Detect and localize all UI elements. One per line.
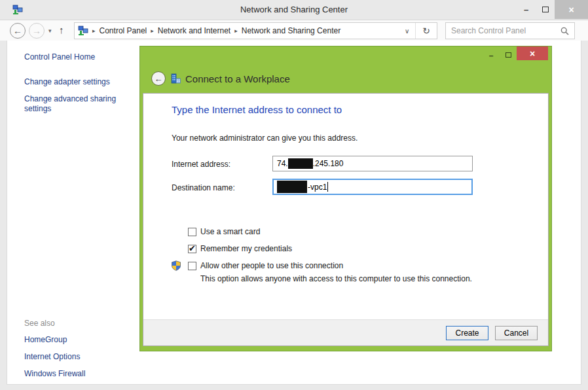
sidebar-item-internet-options[interactable]: Internet Options (24, 352, 142, 362)
dialog-intro-text: Your network administrator can give you … (172, 133, 358, 143)
sidebar-item-change-adapter-settings[interactable]: Change adapter settings (24, 77, 142, 87)
sidebar-item-change-advanced-sharing-settings[interactable]: Change advanced sharing settings (24, 94, 129, 114)
dialog-footer: Create Cancel (143, 319, 548, 346)
text-caret (327, 182, 328, 192)
internet-address-value-prefix: 74. (277, 159, 288, 168)
smart-card-checkbox-row: ✔ Use a smart card (188, 227, 260, 236)
close-button[interactable]: × (555, 0, 588, 19)
uac-shield-icon (171, 260, 181, 271)
allow-other-people-checkbox[interactable]: ✔ (188, 262, 196, 270)
create-button[interactable]: Create (446, 326, 488, 340)
allow-other-people-label[interactable]: Allow other people to use this connectio… (200, 261, 343, 270)
cancel-button[interactable]: Cancel (495, 326, 538, 340)
window-titlebar: Network and Sharing Center – × (0, 0, 588, 20)
dialog-back-button[interactable]: ← (151, 71, 166, 86)
internet-address-input[interactable]: 74..245.180 (272, 156, 473, 171)
maximize-icon (542, 7, 549, 12)
breadcrumb-separator: ▸ (147, 27, 158, 34)
destination-name-value-suffix: -vpc1 (308, 183, 327, 192)
window-controls: – × (517, 0, 588, 19)
breadcrumb-item-control-panel[interactable]: Control Panel (100, 26, 147, 35)
dialog-titlebar: ← Connect to a Workplace – × (140, 46, 551, 93)
redaction-box (277, 181, 307, 193)
workplace-buildings-icon (170, 73, 181, 84)
dialog-maximize-icon (505, 52, 511, 58)
see-also-header: See also (24, 319, 142, 328)
remember-credentials-checkbox[interactable]: ✔ (188, 245, 196, 253)
smart-card-checkbox[interactable]: ✔ (188, 228, 196, 236)
sidebar-item-control-panel-home[interactable]: Control Panel Home (24, 52, 142, 62)
breadcrumb-item-network-and-sharing-center[interactable]: Network and Sharing Center (242, 26, 340, 35)
back-button[interactable]: ← (10, 23, 26, 39)
internet-address-value-suffix: .245.180 (313, 159, 344, 168)
recent-pages-dropdown[interactable]: ▾ (48, 27, 52, 34)
breadcrumb-item-network-and-internet[interactable]: Network and Internet (158, 26, 230, 35)
sidebar-item-windows-firewall[interactable]: Windows Firewall (24, 369, 142, 379)
remember-credentials-checkbox-row: ✔ Remember my credentials (188, 244, 292, 253)
up-button[interactable]: ↑ (59, 24, 64, 35)
sidebar: Control Panel Home Change adapter settin… (24, 52, 142, 121)
dialog-maximize-button[interactable] (500, 46, 517, 60)
dialog-minimize-button[interactable]: – (483, 46, 500, 60)
control-panel-icon (78, 26, 88, 36)
sidebar-item-homegroup[interactable]: HomeGroup (24, 335, 142, 345)
internet-address-label: Internet address: (172, 160, 230, 169)
allow-other-people-note: This option allows anyone with access to… (200, 274, 472, 283)
connect-to-workplace-dialog: ← Connect to a Workplace – × Type the In… (139, 46, 552, 351)
destination-name-input[interactable]: -vpc1 (272, 179, 473, 195)
refresh-icon[interactable]: ↻ (416, 26, 437, 36)
maximize-button[interactable] (536, 0, 555, 19)
minimize-button[interactable]: – (517, 0, 536, 19)
breadcrumb-separator: ▸ (230, 27, 242, 34)
redaction-box (288, 158, 313, 169)
breadcrumb[interactable]: ▸ Control Panel ▸ Network and Internet ▸… (74, 22, 437, 39)
search-input[interactable] (446, 26, 560, 35)
window-title: Network and Sharing Center (0, 5, 588, 14)
search-icon[interactable] (560, 27, 569, 35)
allow-other-people-checkbox-row: ✔ Allow other people to use this connect… (188, 261, 343, 270)
destination-name-label: Destination name: (172, 183, 235, 192)
dialog-content: Type the Internet address to connect to … (143, 93, 549, 346)
breadcrumb-separator: ▸ (88, 27, 100, 34)
check-icon: ✔ (189, 243, 196, 253)
smart-card-label[interactable]: Use a smart card (200, 227, 260, 236)
dialog-heading: Type the Internet address to connect to (172, 104, 342, 115)
remember-credentials-label[interactable]: Remember my credentials (200, 244, 292, 253)
search-box (445, 22, 575, 39)
navigation-bar: ← → ▾ ↑ ▸ Control Panel ▸ Network and In… (0, 20, 588, 41)
forward-button[interactable]: → (29, 23, 45, 39)
sidebar-see-also-section: See also HomeGroup Internet Options Wind… (24, 319, 142, 386)
dialog-window-controls: – × (483, 46, 548, 60)
dialog-close-button[interactable]: × (517, 46, 548, 60)
dialog-title: Connect to a Workplace (185, 73, 290, 84)
address-dropdown-icon[interactable]: ∨ (399, 27, 415, 35)
